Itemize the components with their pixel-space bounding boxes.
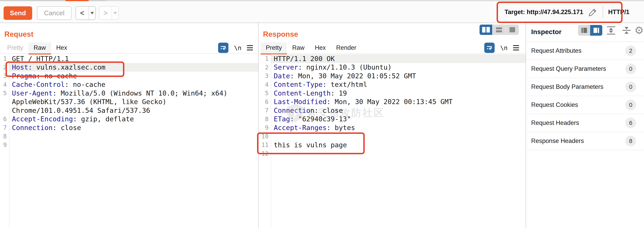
header-value: AppleWebKit/537.36 (KHTML, like Gecko) <box>12 98 166 106</box>
inspector-title: Inspector <box>531 28 562 36</box>
request-tab[interactable]: Raw <box>28 42 51 53</box>
line-number: 2 <box>0 64 9 71</box>
response-code-line: 5 Content-Length: 19 <box>259 89 526 98</box>
request-editor-icons: \n <box>218 42 253 53</box>
columns-layout-icon[interactable] <box>480 25 493 35</box>
word-wrap-toggle-icon[interactable] <box>218 43 228 53</box>
line-number: 8 <box>0 133 9 140</box>
section-label: Request Headers <box>531 119 625 126</box>
header-value: : bytes <box>326 124 355 132</box>
rows-layout-icon[interactable] <box>493 25 506 35</box>
header-value: : 19 <box>331 89 347 97</box>
section-label: Request Query Parameters <box>531 65 625 72</box>
header-name: Accept-Encoding <box>12 115 73 123</box>
next-arrow-icon: > <box>99 7 112 19</box>
request-tab[interactable]: Pretty <box>2 42 28 53</box>
target-url: Target: http://47.94.225.171 <box>504 8 583 16</box>
next-dropdown[interactable] <box>112 7 118 19</box>
response-tabs: PrettyRawHexRender <box>260 42 362 53</box>
header-name: Connection <box>274 107 314 114</box>
line-number: 6 <box>259 98 271 105</box>
send-button[interactable]: Send <box>4 6 32 20</box>
single-layout-icon[interactable] <box>506 25 519 35</box>
header-name: Pragma <box>12 72 36 80</box>
section-count-badge: 8 <box>625 136 636 146</box>
editor-menu-icon[interactable] <box>247 45 253 50</box>
header-value: : Mozilla/5.0 (Windows NT 10.0; Win64; x… <box>53 89 228 97</box>
cancel-button[interactable]: Cancel <box>37 6 72 20</box>
inspector-panel: Inspector ⚙ Request Attributes 2 Request… <box>526 23 644 228</box>
request-code-line: 4 Cache-Control: no-cache <box>0 80 258 89</box>
inspector-section-row[interactable]: Request Query Parameters 0 <box>526 60 644 78</box>
response-code-line: 2 Server: nginx/1.10.3 (Ubuntu) <box>259 63 526 72</box>
header-value: : no-cache <box>36 72 77 80</box>
header-value: : close <box>314 107 343 114</box>
show-newlines-toggle[interactable]: \n <box>500 44 508 51</box>
gutter-line <box>271 54 271 228</box>
response-code-line: 9 Accept-Ranges: bytes <box>259 123 526 132</box>
section-count-badge: 0 <box>625 82 636 92</box>
collapse-all-icon[interactable] <box>622 26 631 35</box>
show-newlines-toggle[interactable]: \n <box>234 44 241 51</box>
header-name: Accept-Ranges <box>274 124 326 132</box>
view-layout-toggle <box>480 25 519 35</box>
edit-target-pencil-icon[interactable] <box>588 7 598 17</box>
inspector-sections: Request Attributes 2 Request Query Param… <box>526 42 644 150</box>
line-number: 1 <box>0 55 9 62</box>
response-editor[interactable]: 1 HTTP/1.1 200 OK 2 Server: nginx/1.10.3… <box>259 54 526 228</box>
response-tab[interactable]: Hex <box>310 42 331 53</box>
line-number: 5 <box>259 90 271 97</box>
request-panel: Request PrettyRawHex \n 1 GET / HTTP/1 <box>0 23 258 228</box>
line-number: 2 <box>259 64 271 71</box>
response-code-line: 11 this is vulns page <box>259 141 526 149</box>
inspector-section-row[interactable]: Request Attributes 2 <box>526 42 644 60</box>
request-tab[interactable]: Hex <box>51 42 72 53</box>
header-value: : text/html <box>322 81 367 88</box>
editor-menu-icon[interactable] <box>513 45 519 50</box>
toolbar: Send Cancel < > Target: http://47.94.225… <box>0 1 644 23</box>
response-code-line: 8 ETag: "62940c39-13" <box>259 115 526 123</box>
header-value: : close <box>53 124 81 132</box>
dock-left-icon[interactable] <box>578 25 590 36</box>
prev-dropdown[interactable] <box>88 7 95 19</box>
request-code-line: 9 <box>0 141 258 149</box>
inspector-section-row[interactable]: Request Body Parameters 0 <box>526 78 644 96</box>
response-code-line: 7 Connection: close <box>259 106 526 115</box>
response-tab[interactable]: Render <box>331 42 362 53</box>
response-panel: Response PrettyRawHexRender \n <box>259 23 526 228</box>
expand-all-icon[interactable] <box>607 26 616 35</box>
prev-request-button[interactable]: < <box>76 6 96 20</box>
prev-arrow-icon: < <box>76 7 88 19</box>
header-value: this is vulns page <box>274 141 347 149</box>
caret-down-icon <box>114 12 117 14</box>
dock-right-icon[interactable] <box>590 25 602 36</box>
response-tab[interactable]: Pretty <box>260 42 287 53</box>
response-code-line: 12 <box>259 149 526 158</box>
line-number: 8 <box>259 115 271 122</box>
request-editor[interactable]: 1 GET / HTTP/1.1 2 Host: vulns.xazlsec.c… <box>0 54 258 228</box>
header-value: HTTP/1.1 200 OK <box>274 55 335 63</box>
target-bar: Target: http://47.94.225.171 HTTP/1 <box>504 1 630 23</box>
inspector-section-row[interactable]: Response Headers 8 <box>526 132 644 150</box>
header-name: Server <box>274 63 298 71</box>
repeater-window: Send Cancel < > Target: http://47.94.225… <box>0 0 644 228</box>
line-number: 4 <box>0 81 9 88</box>
section-label: Request Attributes <box>531 47 625 54</box>
inspector-section-row[interactable]: Request Headers 6 <box>526 114 644 132</box>
word-wrap-toggle-icon[interactable] <box>484 43 494 53</box>
section-count-badge: 2 <box>625 45 636 56</box>
request-code-line: 1 GET / HTTP/1.1 <box>0 54 258 63</box>
section-count-badge: 0 <box>625 63 636 74</box>
settings-gear-icon[interactable]: ⚙ <box>634 25 644 36</box>
inspector-section-row[interactable]: Request Cookies 0 <box>526 96 644 114</box>
header-name: Connection <box>12 124 53 132</box>
response-code-line: 4 Content-Type: text/html <box>259 80 526 89</box>
header-name: Last-Modified <box>274 98 326 106</box>
request-code-line: 6 Accept-Encoding: gzip, deflate <box>0 115 258 123</box>
line-number: 9 <box>259 124 271 131</box>
line-number: 12 <box>259 150 271 157</box>
response-tab[interactable]: Raw <box>287 42 310 53</box>
next-request-button[interactable]: > <box>99 6 119 20</box>
response-editor-icons: \n <box>484 42 519 53</box>
header-name: User-Agent <box>12 89 53 97</box>
